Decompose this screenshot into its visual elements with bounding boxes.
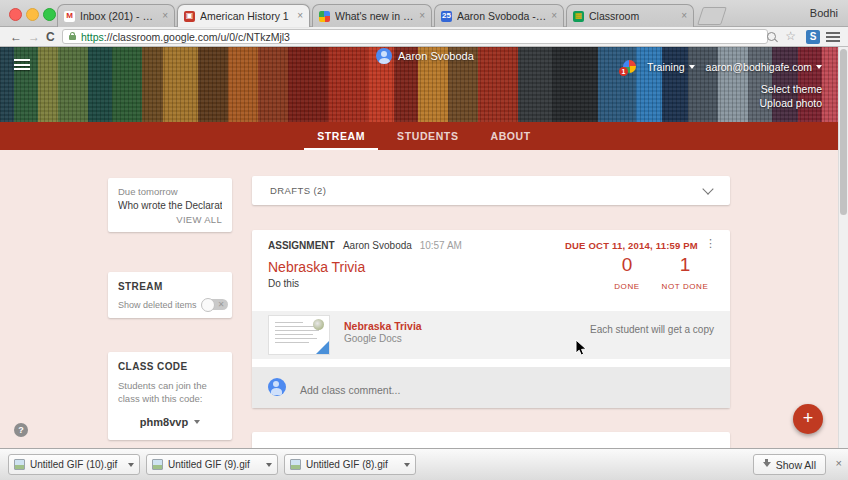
chevron-down-icon: [689, 65, 695, 69]
attachment-title-link[interactable]: Nebraska Trivia: [344, 320, 422, 332]
tab-close-icon[interactable]: ×: [551, 11, 557, 21]
user-chip: Aaron Svoboda: [376, 48, 474, 64]
add-post-fab-button[interactable]: +: [793, 404, 823, 434]
download-bar-close-icon[interactable]: ×: [836, 458, 842, 469]
account-email: aaron@bodhigafe.com: [706, 61, 812, 73]
due-label: Due tomorrow: [118, 186, 222, 197]
download-item[interactable]: Untitled GIF (9).gif: [146, 454, 278, 475]
image-file-icon: [152, 459, 163, 470]
tab-students[interactable]: STUDENTS: [384, 122, 471, 150]
attachment-type: Google Docs: [344, 333, 402, 344]
class-code-title: CLASS CODE: [118, 361, 222, 372]
screen: M Inbox (201) - aaron@bodhig × ▣ America…: [0, 0, 848, 480]
next-stream-card-partial: [252, 432, 730, 448]
add-comment-row[interactable]: Add class comment...: [252, 367, 730, 408]
tab-whats-new[interactable]: What's new in Classroom ×: [312, 4, 432, 27]
kebab-menu-icon[interactable]: ⋮: [705, 238, 716, 249]
chrome-menu-icon[interactable]: [826, 32, 840, 42]
due-date: DUE OCT 11, 2014, 11:59 PM: [565, 240, 698, 251]
download-menu-icon[interactable]: [404, 463, 410, 467]
tab-american-history[interactable]: ▣ American History 1 ×: [177, 4, 310, 27]
scrollbar-thumb[interactable]: [840, 49, 847, 215]
window-zoom-button[interactable]: [43, 8, 56, 21]
tab-close-icon[interactable]: ×: [162, 11, 168, 21]
new-tab-button[interactable]: [697, 7, 727, 25]
show-deleted-toggle[interactable]: ✕: [202, 299, 228, 310]
class-nav-bar: STREAM STUDENTS ABOUT: [0, 122, 848, 150]
drafts-header[interactable]: DRAFTS (2): [252, 176, 730, 205]
image-file-icon: [290, 459, 301, 470]
window-close-button[interactable]: [9, 8, 22, 21]
attachment-row[interactable]: Nebraska Trivia Google Docs Each student…: [252, 311, 730, 359]
download-menu-icon[interactable]: [128, 463, 134, 467]
https-lock-icon[interactable]: [69, 35, 76, 40]
omnibox[interactable]: https://classroom.google.com/u/0/c/NTkzM…: [62, 29, 768, 44]
tab-close-icon[interactable]: ×: [419, 11, 425, 21]
chrome-profile-name[interactable]: Bodhi: [810, 7, 838, 19]
class-code-value: phm8vvp: [140, 416, 188, 428]
upcoming-card: Due tomorrow Who wrote the Declaratio...…: [108, 178, 232, 232]
show-all-downloads-button[interactable]: Show All: [753, 454, 826, 475]
url-text: ://classroom.google.com/u/0/c/NTkzMjl3: [104, 31, 290, 43]
reload-button[interactable]: C: [46, 29, 55, 45]
bookmark-star-icon[interactable]: ☆: [785, 29, 796, 43]
download-item[interactable]: Untitled GIF (10).gif: [8, 454, 140, 475]
training-dropdown[interactable]: Training: [647, 61, 695, 73]
tab-close-icon[interactable]: ×: [297, 11, 303, 21]
select-theme-link[interactable]: Select theme: [761, 83, 822, 95]
forward-button[interactable]: →: [28, 29, 40, 45]
seal-icon: [313, 319, 324, 330]
stream-settings-card: STREAM Show deleted items ✕: [108, 272, 232, 318]
account-row: 1 Training aaron@bodhigafe.com: [623, 60, 822, 73]
help-button[interactable]: ?: [14, 423, 28, 437]
assignment-time: 10:57 AM: [420, 240, 462, 251]
upcoming-assignment-link[interactable]: Who wrote the Declaratio...: [118, 200, 222, 211]
avatar: [376, 48, 392, 64]
tab-label: What's new in Classroom: [335, 10, 415, 22]
tab-label: American History 1: [200, 10, 293, 22]
assignment-type-label: ASSIGNMENT: [268, 240, 335, 251]
assignment-card: ASSIGNMENT Aaron Svoboda 10:57 AM DUE OC…: [252, 230, 730, 408]
classroom-menu-icon[interactable]: [14, 59, 30, 73]
tab-stream[interactable]: STREAM: [304, 122, 378, 150]
assignment-meta: ASSIGNMENT Aaron Svoboda 10:57 AM: [268, 240, 462, 251]
assignment-title-link[interactable]: Nebraska Trivia: [268, 259, 365, 275]
tab-classroom[interactable]: ▦ Classroom ×: [566, 4, 694, 27]
stream-card-title: STREAM: [118, 281, 222, 292]
scrollbar-track[interactable]: [838, 47, 848, 448]
google-apps-icon[interactable]: 1: [623, 60, 636, 73]
download-menu-icon[interactable]: [266, 463, 272, 467]
assignment-author: Aaron Svoboda: [343, 240, 412, 251]
folded-corner-icon: [316, 341, 329, 354]
calendar-icon: 25: [441, 11, 452, 22]
window-minimize-button[interactable]: [26, 8, 39, 21]
tab-gmail[interactable]: M Inbox (201) - aaron@bodhig ×: [57, 4, 175, 27]
download-filename: Untitled GIF (9).gif: [168, 459, 262, 470]
done-stat[interactable]: 0 DONE: [598, 254, 656, 291]
download-bar: Untitled GIF (10).gif Untitled GIF (9).g…: [0, 448, 848, 480]
class-code-description: Students can join the class with this co…: [118, 380, 222, 406]
upload-photo-link[interactable]: Upload photo: [760, 97, 822, 109]
account-dropdown[interactable]: aaron@bodhigafe.com: [706, 61, 822, 73]
classroom-class-icon: ▣: [184, 11, 195, 22]
back-button[interactable]: ←: [10, 29, 22, 45]
search-icon[interactable]: [767, 32, 776, 41]
done-count: 0: [598, 254, 656, 276]
tab-calendar[interactable]: 25 Aaron Svoboda - Google A ×: [434, 4, 564, 27]
notification-badge: 1: [619, 67, 628, 76]
extension-icon[interactable]: S: [806, 30, 820, 44]
classroom-page: Aaron Svoboda 1 Training aaron@bodhigafe…: [0, 47, 848, 448]
view-all-link[interactable]: VIEW ALL: [176, 214, 222, 225]
class-code-dropdown[interactable]: phm8vvp: [118, 416, 222, 428]
assignment-stats: 0 DONE 1 NOT DONE: [598, 254, 714, 291]
download-item[interactable]: Untitled GIF (8).gif: [284, 454, 416, 475]
doc-thumbnail: [268, 315, 330, 355]
google-icon: [319, 11, 330, 22]
not-done-stat[interactable]: 1 NOT DONE: [656, 254, 714, 291]
gmail-icon: M: [64, 11, 75, 22]
show-all-label: Show All: [776, 459, 816, 471]
comment-input-placeholder: Add class comment...: [300, 384, 400, 396]
chevron-down-icon[interactable]: [702, 183, 713, 194]
tab-close-icon[interactable]: ×: [681, 11, 687, 21]
tab-about[interactable]: ABOUT: [477, 122, 543, 150]
